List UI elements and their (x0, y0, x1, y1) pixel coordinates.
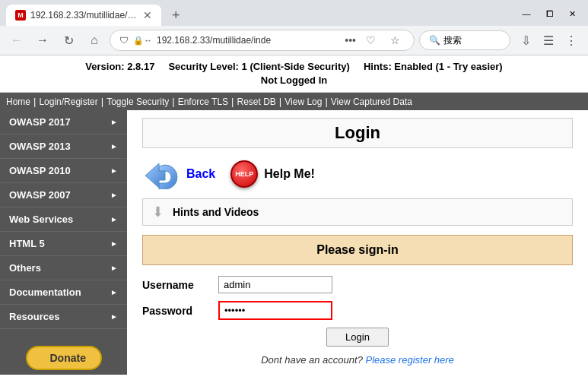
sidebar-arrow-others: ► (110, 264, 118, 272)
nav-bar: Home | Login/Register | Toggle Security … (0, 93, 588, 110)
sign-in-label: Please sign-in (316, 243, 399, 256)
search-box[interactable]: 🔍 搜索 (419, 30, 510, 50)
maximize-button[interactable]: ⧠ (539, 7, 559, 21)
help-label: Help Me! (264, 167, 315, 181)
nav-sep-4: | (231, 96, 234, 107)
new-tab-button[interactable]: + (167, 6, 185, 25)
content-area: Login Back HELP (127, 110, 588, 375)
sidebar-item-owasp2010[interactable]: OWASP 2010 ► (0, 159, 127, 183)
register-link[interactable]: Please register here (366, 354, 454, 366)
window-controls: — ⧠ ✕ (516, 7, 582, 24)
back-button[interactable]: Back (142, 159, 215, 189)
sidebar-label-owasp2007: OWASP 2007 (9, 189, 71, 201)
sidebar-arrow-documentation: ► (110, 288, 118, 296)
url-text: 192.168.2.33/mutillidae/inde (157, 35, 340, 46)
bookmarks-icon[interactable]: ☰ (538, 30, 559, 51)
search-placeholder: 搜索 (443, 34, 462, 47)
back-arrow-icon (142, 159, 180, 189)
nav-sep-2: | (101, 96, 103, 107)
search-icon: 🔍 (429, 35, 440, 46)
sidebar-label-html5: HTML 5 (9, 238, 45, 249)
address-bar: ← → ↻ ⌂ 🛡 🔒↔ 192.168.2.33/mutillidae/ind… (0, 26, 588, 55)
username-input[interactable] (218, 276, 332, 293)
sidebar-label-webservices: Web Services (9, 214, 73, 225)
close-button[interactable]: ✕ (562, 7, 582, 21)
hints-down-arrow-icon: ⬇ (152, 204, 164, 220)
nav-log[interactable]: View Log (284, 97, 322, 107)
sidebar-item-html5[interactable]: HTML 5 ► (0, 232, 127, 256)
minimize-button[interactable]: — (516, 7, 536, 21)
sidebar-arrow-owasp2010: ► (110, 166, 118, 175)
version-label: Version: 2.8.17 (85, 61, 154, 72)
password-row: Password (142, 301, 573, 320)
sidebar-label-owasp2017: OWASP 2017 (9, 116, 71, 128)
nav-sep-1: | (33, 96, 36, 107)
sidebar-arrow-owasp2007: ► (110, 191, 118, 199)
username-row: Username (142, 276, 573, 293)
sidebar-item-owasp2013[interactable]: OWASP 2013 ► (0, 135, 127, 159)
sidebar-label-documentation: Documentation (9, 287, 81, 298)
help-button[interactable]: HELP Help Me! (230, 160, 315, 188)
url-input[interactable]: 🛡 🔒↔ 192.168.2.33/mutillidae/inde ••• ♡ … (110, 30, 415, 51)
login-status-label: Not Logged In (261, 74, 327, 86)
password-input[interactable] (218, 301, 332, 320)
tab-favicon: M (15, 10, 26, 21)
password-label: Password (142, 305, 218, 317)
nav-sep-5: | (279, 96, 281, 107)
download-icon[interactable]: ⇩ (515, 30, 536, 51)
donate-button[interactable]: Donate (26, 346, 102, 370)
nav-toggle[interactable]: Toggle Security (106, 97, 169, 107)
sidebar-label-resources: Resources (9, 311, 59, 322)
register-row: Dont have an account? Please register he… (142, 354, 573, 366)
url-slash-icon: 🔒↔ (133, 36, 152, 46)
help-icon-text: HELP (235, 170, 253, 178)
browser-tab[interactable]: M 192.168.2.33/mutillidae/inde × ✕ (6, 5, 161, 26)
sidebar-item-owasp2017[interactable]: OWASP 2017 ► (0, 110, 127, 135)
login-submit-button[interactable]: Login (326, 328, 389, 347)
more-menu-icon[interactable]: ⋮ (561, 30, 582, 51)
login-button-row: Login (142, 328, 573, 347)
sidebar: OWASP 2017 ► OWASP 2013 ► OWASP 2010 ► O… (0, 110, 127, 375)
forward-nav-button[interactable]: → (32, 30, 53, 51)
nav-reset[interactable]: Reset DB (237, 97, 276, 107)
sidebar-item-others[interactable]: Others ► (0, 256, 127, 280)
sidebar-item-webservices[interactable]: Web Services ► (0, 207, 127, 232)
info-bar: Version: 2.8.17 Security Level: 1 (Clien… (0, 55, 588, 93)
extra-toolbar-icons: ⇩ ☰ ⋮ (515, 30, 582, 51)
main-layout: OWASP 2017 ► OWASP 2013 ► OWASP 2010 ► O… (0, 110, 588, 375)
hints-label: Hints and Videos (173, 206, 259, 218)
sidebar-arrow-owasp2017: ► (110, 118, 118, 126)
home-button[interactable]: ⌂ (84, 30, 105, 51)
nav-sep-6: | (325, 96, 327, 107)
sidebar-arrow-webservices: ► (110, 215, 118, 223)
nav-home[interactable]: Home (6, 97, 30, 107)
sidebar-item-owasp2007[interactable]: OWASP 2007 ► (0, 183, 127, 207)
register-text: Dont have an account? (261, 354, 363, 366)
back-help-row: Back HELP Help Me! (142, 159, 573, 189)
sign-in-box: Please sign-in (142, 235, 573, 265)
hints-row[interactable]: ⬇ Hints and Videos (142, 198, 573, 226)
sidebar-label-others: Others (9, 262, 41, 274)
sidebar-label-owasp2010: OWASP 2010 (9, 165, 71, 176)
security-shield-icon: 🛡 (119, 35, 129, 46)
sidebar-item-documentation[interactable]: Documentation ► (0, 280, 127, 305)
reload-button[interactable]: ↻ (58, 30, 79, 51)
help-icon: HELP (230, 160, 258, 188)
more-options-icon[interactable]: ••• (345, 34, 356, 46)
back-nav-button[interactable]: ← (6, 30, 27, 51)
back-label[interactable]: Back (186, 167, 215, 181)
security-label: Security Level: 1 (Client-Side Security) (168, 61, 349, 72)
login-title: Login (142, 118, 573, 148)
nav-tls[interactable]: Enforce TLS (178, 97, 228, 107)
sidebar-label-owasp2013: OWASP 2013 (9, 141, 71, 152)
tab-close-icon[interactable]: ✕ (143, 9, 152, 21)
sidebar-arrow-owasp2013: ► (110, 142, 118, 150)
sidebar-arrow-resources: ► (110, 312, 118, 321)
sidebar-arrow-html5: ► (110, 239, 118, 248)
nav-login[interactable]: Login/Register (39, 97, 97, 107)
star-icon[interactable]: ☆ (385, 30, 405, 50)
bookmark-icon[interactable]: ♡ (361, 30, 380, 50)
nav-captured[interactable]: View Captured Data (331, 97, 412, 107)
nav-sep-3: | (172, 96, 174, 107)
sidebar-item-resources[interactable]: Resources ► (0, 305, 127, 329)
